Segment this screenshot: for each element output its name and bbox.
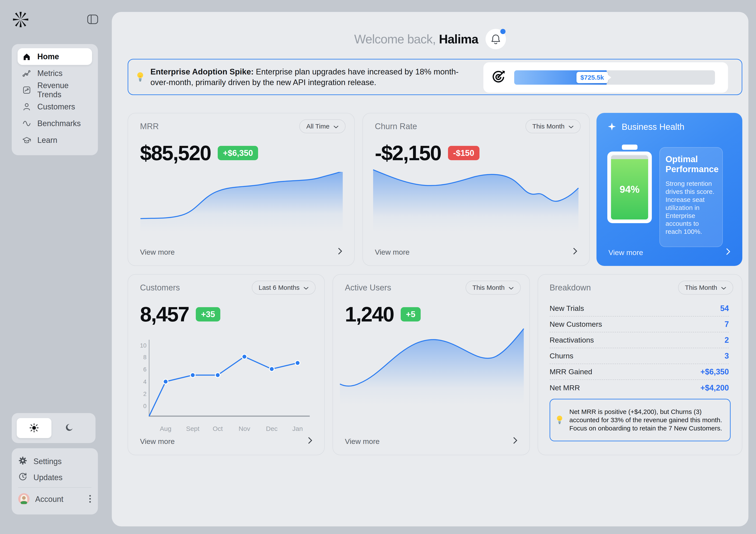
svg-text:Oct: Oct: [213, 425, 223, 432]
gear-icon: [18, 456, 27, 467]
card-title: Breakdown: [550, 283, 591, 292]
health-description: Strong retention drives this score. Incr…: [665, 180, 717, 236]
page-title: Welcome back, Halima: [354, 32, 478, 46]
customers-view-more[interactable]: View more: [140, 437, 312, 446]
light-mode-button[interactable]: [17, 418, 51, 438]
battery-gauge: 94%: [607, 151, 652, 223]
breakdown-card: Breakdown This Month New Trials 54 New C…: [538, 274, 742, 455]
notifications-button[interactable]: [486, 29, 506, 49]
user-name: Halima: [439, 32, 478, 46]
card-title: Churn Rate: [375, 122, 417, 131]
svg-text:10: 10: [140, 342, 147, 349]
health-headline: Optimal Performance: [665, 154, 717, 174]
mrr-view-more[interactable]: View more: [140, 248, 342, 256]
mrr-value: $85,520: [140, 141, 211, 165]
sidebar-item-label: Revenue Trends: [37, 81, 88, 99]
moon-icon: [64, 423, 73, 433]
sidebar-item-revenue-trends[interactable]: Revenue Trends: [17, 82, 92, 98]
customers-value: 8,457: [140, 302, 189, 326]
customers-line-chart: 10 8 6 4 2 0 Aug Sept Oct Nov Dec Jan: [140, 340, 312, 439]
account-item[interactable]: Account: [18, 490, 92, 509]
bell-icon: [491, 34, 501, 45]
churn-view-more[interactable]: View more: [375, 248, 577, 256]
card-title: Business Health: [622, 122, 684, 132]
sun-icon: [29, 423, 39, 434]
health-score: 94%: [619, 183, 639, 195]
breakdown-row-churns: Churns 3: [550, 348, 729, 364]
customers-filter-dropdown[interactable]: Last 6 Months: [252, 281, 315, 295]
sidebar-item-home[interactable]: Home: [17, 48, 92, 65]
goal-progress-bar: $725.5k: [514, 70, 715, 85]
sidebar-item-benchmarks[interactable]: Benchmarks: [17, 115, 92, 132]
active-users-delta-badge: +5: [401, 307, 420, 321]
dark-mode-button[interactable]: [51, 418, 86, 438]
page-header: Welcome back, Halima: [112, 25, 748, 53]
active-users-card: Active Users This Month 1,240 +5: [333, 274, 530, 455]
active-users-filter-dropdown[interactable]: This Month: [466, 281, 521, 295]
sidebar-item-label: Learn: [37, 136, 57, 145]
home-icon: [22, 52, 32, 62]
kebab-menu-icon[interactable]: [89, 494, 92, 504]
breakdown-insight-note: Net MRR is positive (+$4,200), but Churn…: [550, 399, 731, 441]
chevron-down-icon: [721, 284, 726, 291]
lightbulb-icon: [555, 414, 564, 425]
goal-progress-value: $725.5k: [577, 72, 608, 83]
divider: [18, 487, 92, 488]
card-title: MRR: [140, 122, 159, 131]
banner-text: Enterprise Adoption Spike: Enterprise pl…: [150, 67, 467, 88]
person-icon: [22, 102, 32, 112]
account-label: Account: [35, 495, 83, 504]
dashboard-root: Home Metrics: [0, 0, 756, 534]
sidebar-item-metrics[interactable]: Metrics: [17, 65, 92, 82]
history-clock-icon: [18, 472, 27, 483]
churn-area-chart: [373, 168, 579, 233]
settings-item[interactable]: Settings: [18, 453, 92, 469]
app-logo-asterisk-icon: [12, 11, 29, 28]
chevron-right-icon: [573, 248, 577, 256]
sidebar-item-customers[interactable]: Customers: [17, 98, 92, 115]
breakdown-list: New Trials 54 New Customers 7 Reactivati…: [550, 301, 729, 396]
svg-text:Jan: Jan: [292, 425, 303, 432]
svg-text:Aug: Aug: [160, 425, 171, 432]
trend-chart-icon: [22, 85, 32, 95]
theme-toggle: [12, 413, 95, 443]
lightbulb-icon: [135, 71, 145, 83]
sidebar-collapse-button[interactable]: [87, 13, 98, 25]
breakdown-row-new-trials: New Trials 54: [550, 301, 729, 316]
sidebar-footer: Settings Updates: [12, 448, 98, 515]
updates-item[interactable]: Updates: [18, 469, 92, 486]
goal-progress-card: $725.5k: [483, 62, 728, 93]
sidebar-panel-icon: [87, 23, 98, 26]
chevron-right-icon: [338, 248, 342, 256]
svg-text:Nov: Nov: [238, 425, 250, 432]
health-view-more[interactable]: View more: [608, 248, 730, 257]
sidebar-item-learn[interactable]: Learn: [17, 132, 92, 148]
active-users-view-more[interactable]: View more: [345, 437, 518, 446]
updates-label: Updates: [34, 473, 63, 482]
svg-text:6: 6: [143, 366, 147, 373]
sparkle-icon: [608, 122, 616, 132]
svg-text:Sept: Sept: [186, 425, 200, 432]
churn-filter-dropdown[interactable]: This Month: [526, 120, 580, 133]
sidebar-item-label: Metrics: [37, 69, 63, 78]
battery-fill: 94%: [611, 159, 648, 220]
churn-value: -$2,150: [375, 141, 441, 165]
chevron-down-icon: [568, 123, 574, 130]
business-health-card: Business Health 94% Optimal Performance …: [596, 113, 742, 266]
sidebar-nav: Home Metrics: [12, 44, 98, 155]
breakdown-row-new-customers: New Customers 7: [550, 316, 729, 332]
chevron-right-icon: [308, 437, 312, 446]
active-users-area-chart: [339, 325, 524, 405]
chevron-right-icon: [726, 248, 730, 257]
mrr-filter-dropdown[interactable]: All Time: [299, 120, 345, 133]
mrr-card: MRR All Time $85,520 +$6,350: [128, 113, 355, 266]
breakdown-filter-dropdown[interactable]: This Month: [678, 281, 733, 295]
breakdown-row-mrr-gained: MRR Gained +$6,350: [550, 364, 729, 380]
graduation-cap-icon: [22, 135, 32, 145]
mrr-area-chart: [140, 172, 343, 233]
breakdown-row-reactivations: Reactivations 2: [550, 332, 729, 348]
wave-icon: [22, 119, 32, 128]
svg-text:4: 4: [143, 379, 147, 385]
metrics-icon: [22, 68, 32, 78]
card-title: Active Users: [345, 283, 391, 292]
